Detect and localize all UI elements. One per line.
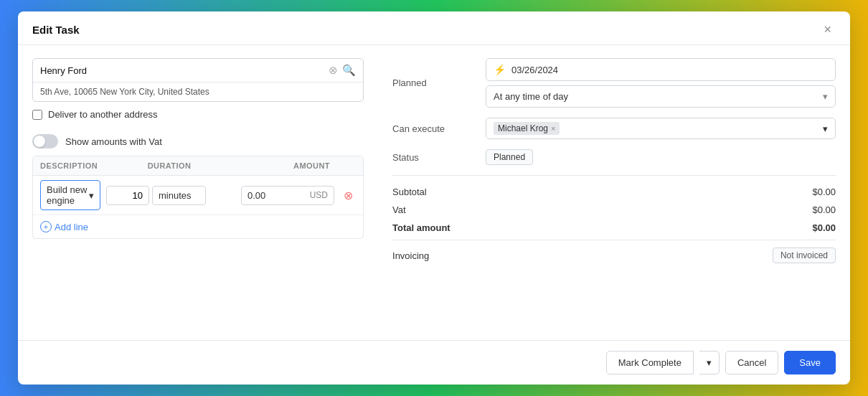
- planned-row: Planned ⚡ 03/26/2024 At any time of day …: [392, 58, 836, 108]
- add-line-button[interactable]: + Add line: [40, 221, 88, 232]
- customer-name: Henry Ford: [40, 65, 87, 76]
- chevron-down-icon: ▾: [89, 190, 94, 201]
- time-of-day-select[interactable]: At any time of day ▾: [486, 85, 836, 108]
- total-row: Total amount $0.00: [392, 219, 836, 237]
- planned-date: 03/26/2024: [511, 65, 558, 75]
- duration-input[interactable]: [106, 186, 149, 205]
- clear-icon[interactable]: ⊗: [329, 64, 338, 77]
- modal-body: Henry Ford ⊗ 🔍 5th Ave, 10065 New York C…: [18, 45, 850, 331]
- invoicing-label: Invoicing: [392, 250, 429, 261]
- mark-complete-button[interactable]: Mark Complete: [606, 351, 694, 374]
- vat-toggle-row: Show amounts with Vat: [32, 134, 364, 148]
- deliver-label: Deliver to another address: [48, 109, 157, 120]
- add-line-label: Add line: [55, 222, 88, 232]
- amount-currency: USD: [310, 190, 328, 200]
- col-duration-header: DURATION: [98, 161, 241, 170]
- modal-footer: Mark Complete ▾ Cancel Save: [18, 340, 850, 385]
- modal-title: Edit Task: [32, 24, 80, 36]
- table-row: Build new engine ▾ minutes 0.00 USD ⊗: [33, 176, 363, 215]
- address-box: Henry Ford ⊗ 🔍 5th Ave, 10065 New York C…: [32, 58, 364, 102]
- chevron-down-icon: ▾: [823, 123, 828, 134]
- can-execute-label: Can execute: [392, 123, 486, 134]
- totals-section: Subtotal $0.00 Vat $0.00 Total amount $0…: [392, 175, 836, 267]
- address-top: Henry Ford ⊗ 🔍: [33, 59, 363, 82]
- can-execute-field[interactable]: Michael Krog × ▾: [486, 118, 836, 139]
- vat-toggle[interactable]: [32, 134, 58, 148]
- vat-toggle-label: Show amounts with Vat: [65, 136, 162, 147]
- edit-task-modal: Edit Task × Henry Ford ⊗ 🔍 5th Ave, 1006…: [18, 11, 850, 385]
- date-field[interactable]: ⚡ 03/26/2024: [486, 58, 836, 81]
- status-control: Planned: [486, 149, 836, 165]
- duration-unit[interactable]: minutes: [152, 186, 206, 205]
- close-button[interactable]: ×: [819, 22, 836, 37]
- left-column: Henry Ford ⊗ 🔍 5th Ave, 10065 New York C…: [32, 58, 385, 331]
- table-header: DESCRIPTION DURATION AMOUNT: [33, 156, 363, 176]
- deliver-checkbox-row: Deliver to another address: [32, 109, 364, 120]
- total-value: $0.00: [812, 222, 836, 233]
- cancel-button[interactable]: Cancel: [725, 351, 778, 374]
- add-line-row: + Add line: [33, 215, 363, 238]
- save-button[interactable]: Save: [784, 351, 836, 374]
- tag-value: Michael Krog: [498, 123, 548, 133]
- deliver-checkbox[interactable]: [32, 110, 42, 120]
- total-label: Total amount: [392, 222, 450, 233]
- plus-icon: +: [40, 221, 52, 232]
- status-badge: Planned: [486, 149, 533, 165]
- status-label: Status: [392, 152, 486, 163]
- description-value: Build new engine: [47, 184, 89, 206]
- subtotal-label: Subtotal: [392, 187, 427, 197]
- can-execute-tag: Michael Krog ×: [494, 122, 560, 135]
- chevron-down-icon: ▾: [707, 357, 712, 368]
- vat-row: Vat $0.00: [392, 201, 836, 219]
- can-execute-row: Can execute Michael Krog × ▾: [392, 118, 836, 139]
- subtotal-row: Subtotal $0.00: [392, 183, 836, 201]
- address-icons: ⊗ 🔍: [329, 64, 356, 77]
- planned-control: ⚡ 03/26/2024 At any time of day ▾: [486, 58, 836, 108]
- search-icon[interactable]: 🔍: [342, 64, 356, 77]
- status-row: Status Planned: [392, 149, 836, 165]
- vat-value: $0.00: [812, 204, 836, 215]
- description-select[interactable]: Build new engine ▾: [40, 180, 100, 210]
- amount-value: 0.00: [247, 190, 265, 201]
- col-desc-header: DESCRIPTION: [40, 161, 98, 170]
- delete-row-icon[interactable]: ⊗: [340, 189, 356, 202]
- modal-header: Edit Task ×: [18, 11, 850, 45]
- col-amount-header: AMOUNT: [241, 161, 356, 170]
- date-icon: ⚡: [494, 64, 506, 75]
- task-table: DESCRIPTION DURATION AMOUNT Build new en…: [32, 156, 364, 239]
- chevron-down-icon: ▾: [823, 91, 828, 102]
- time-of-day-value: At any time of day: [494, 91, 568, 102]
- invoicing-row: Invoicing Not invoiced: [392, 240, 836, 267]
- planned-label: Planned: [392, 77, 486, 88]
- remove-tag-icon[interactable]: ×: [551, 124, 555, 133]
- invoicing-status-badge: Not invoiced: [773, 248, 836, 263]
- customer-address: 5th Ave, 10065 New York City, United Sta…: [33, 82, 363, 101]
- right-column: Planned ⚡ 03/26/2024 At any time of day …: [385, 58, 836, 331]
- vat-label: Vat: [392, 204, 406, 215]
- can-execute-control: Michael Krog × ▾: [486, 118, 836, 139]
- subtotal-value: $0.00: [812, 187, 836, 197]
- duration-field: minutes: [106, 186, 235, 205]
- mark-complete-dropdown-button[interactable]: ▾: [699, 351, 720, 374]
- amount-field: 0.00 USD: [241, 186, 334, 205]
